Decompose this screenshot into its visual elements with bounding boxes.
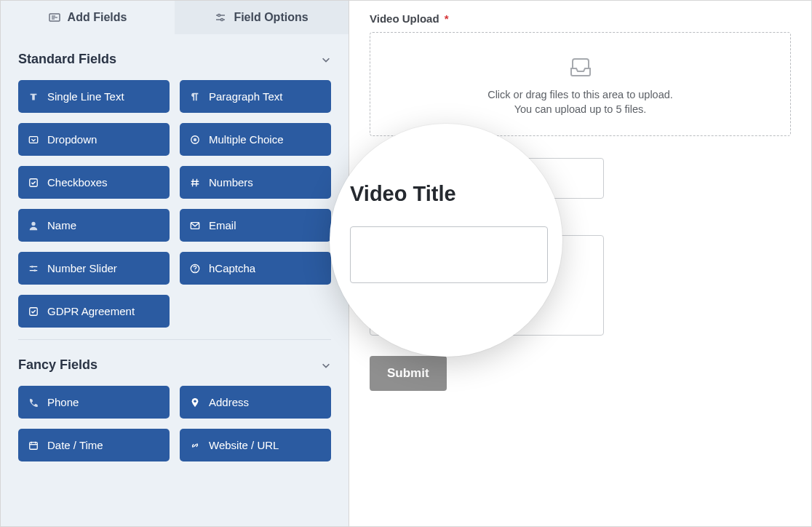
field-label: Phone — [47, 396, 79, 408]
field-label: Number Slider — [47, 262, 117, 274]
fancy-fields-grid: Phone Address Date / Time Website / URL — [18, 386, 331, 461]
field-paragraph-text[interactable]: Paragraph Text — [180, 80, 331, 113]
magnifier-overlay: Video Title — [330, 124, 562, 357]
chevron-down-icon — [321, 360, 331, 371]
field-label: Dropdown — [47, 133, 97, 146]
text-icon — [28, 92, 39, 102]
section-fancy-header[interactable]: Fancy Fields — [18, 340, 331, 386]
inbox-icon — [568, 55, 593, 78]
svg-point-17 — [33, 269, 36, 272]
submit-button[interactable]: Submit — [370, 356, 447, 391]
required-indicator: * — [445, 12, 449, 25]
field-phone[interactable]: Phone — [18, 386, 170, 419]
user-icon — [28, 221, 39, 231]
field-multiple-choice[interactable]: Multiple Choice — [180, 123, 331, 156]
hash-icon — [190, 178, 200, 188]
tab-field-options-label: Field Options — [234, 11, 308, 24]
field-single-line-text[interactable]: Single Line Text — [18, 80, 170, 113]
chevron-down-icon — [321, 55, 331, 65]
slider-icon — [28, 264, 39, 274]
tab-add-fields[interactable]: Add Fields — [1, 1, 175, 34]
svg-point-12 — [31, 221, 35, 225]
field-dropdown[interactable]: Dropdown — [18, 123, 170, 156]
field-numbers[interactable]: Numbers — [180, 166, 331, 199]
field-website-url[interactable]: Website / URL — [180, 429, 331, 461]
field-email[interactable]: Email — [180, 209, 331, 242]
sidebar: Add Fields Field Options Standard Fields… — [1, 1, 349, 526]
svg-point-19 — [194, 270, 196, 272]
calendar-icon — [28, 440, 39, 451]
field-label: Address — [209, 396, 249, 408]
gdpr-icon — [28, 306, 39, 317]
field-label: Website / URL — [209, 439, 279, 451]
pin-icon — [190, 397, 200, 408]
tab-field-options[interactable]: Field Options — [175, 1, 349, 34]
svg-point-21 — [194, 400, 196, 403]
paragraph-icon — [190, 92, 200, 102]
svg-point-10 — [194, 138, 196, 140]
magnifier-title: Video Title — [350, 182, 456, 206]
phone-icon — [28, 397, 39, 408]
upload-dropzone[interactable]: Click or drag files to this area to uplo… — [370, 32, 791, 136]
field-label: hCaptcha — [209, 262, 255, 274]
upload-text-2: You can upload up to 5 files. — [385, 103, 776, 115]
link-icon — [190, 440, 200, 451]
svg-point-7 — [221, 18, 223, 20]
radio-icon — [190, 135, 200, 145]
dropdown-icon — [28, 135, 39, 145]
svg-rect-22 — [30, 442, 38, 449]
svg-point-15 — [31, 265, 33, 267]
field-gdpr-agreement[interactable]: GDPR Agreement — [18, 295, 170, 328]
field-hcaptcha[interactable]: hCaptcha — [180, 252, 331, 285]
magnifier-input[interactable] — [350, 226, 548, 283]
field-number-slider[interactable]: Number Slider — [18, 252, 170, 285]
envelope-icon — [190, 221, 200, 231]
checkbox-icon — [28, 178, 39, 188]
section-standard-header[interactable]: Standard Fields — [18, 34, 331, 80]
svg-point-5 — [218, 14, 220, 16]
field-label: Single Line Text — [47, 90, 124, 103]
standard-fields-grid: Single Line Text Paragraph Text Dropdown… — [18, 80, 331, 328]
question-icon — [190, 264, 200, 274]
tab-add-fields-label: Add Fields — [68, 11, 127, 24]
sidebar-tabs: Add Fields Field Options — [1, 1, 349, 34]
field-label: Numbers — [209, 176, 253, 189]
upload-label-text: Video Upload — [370, 12, 439, 25]
field-label: GDPR Agreement — [47, 305, 135, 317]
field-name[interactable]: Name — [18, 209, 170, 242]
section-fancy-title: Fancy Fields — [18, 357, 97, 373]
svg-rect-8 — [29, 136, 37, 143]
section-standard-title: Standard Fields — [18, 52, 116, 67]
field-label: Paragraph Text — [209, 90, 282, 103]
field-label: Date / Time — [47, 439, 103, 451]
upload-field: Video Upload * Click or drag files to th… — [370, 12, 791, 136]
field-options-icon — [215, 12, 226, 23]
field-address[interactable]: Address — [180, 386, 331, 419]
field-label: Multiple Choice — [209, 133, 284, 146]
upload-text-1: Click or drag files to this area to uplo… — [385, 89, 776, 100]
field-label: Name — [47, 219, 76, 231]
upload-label: Video Upload * — [370, 12, 449, 25]
field-checkboxes[interactable]: Checkboxes — [18, 166, 170, 199]
add-fields-icon — [49, 12, 60, 23]
field-label: Email — [209, 219, 236, 231]
field-date-time[interactable]: Date / Time — [18, 429, 170, 461]
field-label: Checkboxes — [47, 176, 108, 189]
